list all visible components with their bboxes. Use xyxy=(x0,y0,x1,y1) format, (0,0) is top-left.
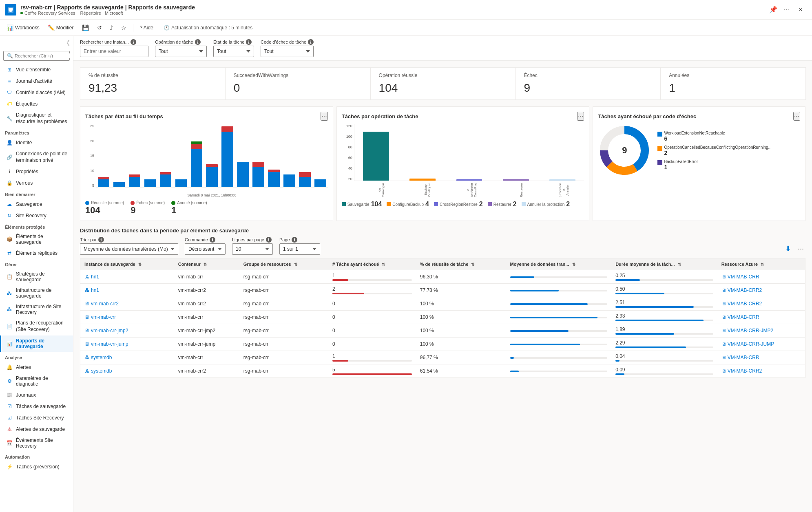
list-icon: ≡ xyxy=(6,78,13,84)
favorite-button[interactable]: ☆ xyxy=(118,23,130,33)
info-rows[interactable]: ℹ xyxy=(266,237,272,243)
more-button[interactable]: ··· xyxy=(782,4,791,15)
sidebar-item-taches-prevention[interactable]: ⚡ Tâches (préversion) xyxy=(0,461,73,472)
workbooks-button[interactable]: 📊 Workbooks xyxy=(3,23,43,33)
resource-link[interactable]: 🖥 VM-MAB-CRR xyxy=(721,314,801,320)
cell-instance: 🖧 hn1 xyxy=(80,270,174,284)
search-input[interactable] xyxy=(15,53,71,58)
close-button[interactable]: ✕ xyxy=(794,3,807,16)
resource-link[interactable]: 🖥 VM-MAB-CRR xyxy=(721,355,801,360)
resource-link[interactable]: 🖥 VM-MAB-CRR2 xyxy=(721,287,801,293)
info-icon-error[interactable]: ℹ xyxy=(308,39,314,45)
pin-button[interactable]: 📌 xyxy=(768,4,779,15)
info-sort[interactable]: ℹ xyxy=(98,237,104,243)
sort-by-select[interactable]: Moyenne de données transférées (Mo) % de… xyxy=(80,243,178,255)
sidebar-item-diagnostiquer[interactable]: 🔧 Diagnostiquer et résoudre les problème… xyxy=(0,110,73,127)
legend-success-dot xyxy=(85,201,89,205)
share-button[interactable]: ⤴ xyxy=(107,23,116,33)
chart-tasks-op-more[interactable]: ··· xyxy=(577,112,584,121)
sidebar-item-taches-sauvegarde[interactable]: ☑ Tâches de sauvegarde xyxy=(0,401,73,412)
resource-link[interactable]: 🖥 VM-MAB-CRR-JMP2 xyxy=(721,328,801,333)
instance-link[interactable]: 🖧 systemdb xyxy=(84,355,170,360)
sidebar-item-elements-sauvegarde[interactable]: 📦 Éléments de sauvegarde xyxy=(0,231,73,247)
info-page[interactable]: ℹ xyxy=(292,237,297,243)
resource-link[interactable]: 🖥 VM-MAB-CRR2 xyxy=(721,368,801,374)
sidebar-item-connexions[interactable]: 🔗 Connexions de point de terminaison pri… xyxy=(0,148,73,166)
info-icon-state[interactable]: ℹ xyxy=(246,39,252,45)
sidebar-item-journaux[interactable]: 📰 Journaux xyxy=(0,389,73,401)
filter-state-select[interactable]: Tout Réussite Échec xyxy=(213,46,254,57)
sort-icon-duration[interactable]: ⇅ xyxy=(678,262,681,267)
rows-per-page-select[interactable]: 10 25 50 xyxy=(232,243,273,255)
sort-icon-container[interactable]: ⇅ xyxy=(204,262,207,267)
sidebar-item-rapports[interactable]: 📊 Rapports de sauvegarde xyxy=(0,335,73,352)
bar-group xyxy=(189,124,204,187)
filter-instance-input[interactable] xyxy=(80,46,148,57)
sidebar-item-alertes[interactable]: 🔔 Alertes xyxy=(0,362,73,373)
sidebar-search-box[interactable]: 🔍 xyxy=(3,51,70,61)
instance-link[interactable]: 🖥 vm-mab-crr xyxy=(84,314,170,320)
modify-button[interactable]: ✏️ Modifier xyxy=(44,23,77,33)
sidebar-item-vue-ensemble[interactable]: ⊞ Vue d'ensemble xyxy=(0,64,73,75)
duration-bar xyxy=(615,306,694,308)
sidebar-item-params-diag[interactable]: ⚙ Paramètres de diagnostic xyxy=(0,373,73,389)
sidebar-item-strategies[interactable]: 📋 Stratégies de sauvegarde xyxy=(0,269,73,285)
sort-icon-failed[interactable]: ⇅ xyxy=(382,262,385,267)
resource-link[interactable]: 🖥 VM-MAB-CRR2 xyxy=(721,301,801,307)
failed-bar xyxy=(332,373,412,375)
sidebar-item-evenements[interactable]: 📅 Événements Site Recovery xyxy=(0,435,73,451)
chart-error-more[interactable]: ··· xyxy=(793,112,800,121)
sidebar-item-proprietes[interactable]: ℹ Propriétés xyxy=(0,166,73,177)
page-select[interactable]: 1 sur 1 xyxy=(279,243,320,255)
sidebar-item-journal[interactable]: ≡ Journal d'activité xyxy=(0,75,73,87)
chart-tasks-time-more[interactable]: ··· xyxy=(321,112,327,121)
cell-resource-group: rsg-mab-crr xyxy=(239,351,328,364)
instance-link[interactable]: 🖧 hn1 xyxy=(84,274,170,280)
info-icon-operation[interactable]: ℹ xyxy=(195,39,201,45)
sort-icon-data[interactable]: ⇅ xyxy=(572,262,575,267)
bar-success xyxy=(206,167,218,187)
donut-chart: 9 xyxy=(598,124,651,177)
sidebar-item-alertes-sauvegarde[interactable]: ⚠ Alertes de sauvegarde xyxy=(0,424,73,435)
refresh-button[interactable]: ↺ xyxy=(94,23,105,33)
download-button[interactable]: ⬇ xyxy=(783,243,793,255)
filter-error-select[interactable]: Tout xyxy=(261,46,314,57)
sidebar-item-identite[interactable]: 👤 Identité xyxy=(0,137,73,148)
sort-icon-rg[interactable]: ⇅ xyxy=(294,262,297,267)
filter-operation-select[interactable]: Tout Sauvegarde ConfigureBackup Restaure… xyxy=(155,46,207,57)
cell-resource-group: rsg-mab-crr xyxy=(239,364,328,378)
table-more-button[interactable]: ··· xyxy=(796,243,805,255)
instance-link[interactable]: 🖥 vm-mab-crr2 xyxy=(84,301,170,307)
resource-link[interactable]: 🖥 VM-MAB-CRR xyxy=(721,274,801,280)
sidebar-item-infra-sauvegarde[interactable]: 🖧 Infrastructure de sauvegarde xyxy=(0,285,73,301)
sidebar-item-verrous[interactable]: 🔒 Verrous xyxy=(0,177,73,189)
sort-icon-instance[interactable]: ⇅ xyxy=(138,262,142,267)
collapse-icon[interactable]: 《 xyxy=(63,39,70,48)
infra2-icon: 🖧 xyxy=(6,306,13,313)
cell-instance: 🖥 vm-mab-crr2 xyxy=(80,297,174,311)
sidebar-item-iam[interactable]: 🛡 Contrôle d'accès (IAM) xyxy=(0,87,73,98)
sidebar-collapse[interactable]: 《 xyxy=(0,39,73,49)
help-button[interactable]: ? Aide xyxy=(137,23,157,32)
sidebar-item-infra-site[interactable]: 🖧 Infrastructure de Site Recovery xyxy=(0,301,73,318)
col-resource-group: Groupe de ressources ⇅ xyxy=(239,258,328,270)
sort-icon-resource[interactable]: ⇅ xyxy=(761,262,764,267)
sidebar-item-plans[interactable]: 📄 Plans de récupération (Site Recovery) xyxy=(0,318,73,335)
info-order[interactable]: ℹ xyxy=(210,237,215,243)
save-button[interactable]: 💾 xyxy=(79,23,92,33)
instance-link[interactable]: 🖧 hn1 xyxy=(84,287,170,293)
sidebar-item-elements-repliques[interactable]: ⇄ Éléments répliqués xyxy=(0,247,73,259)
info-icon-instance[interactable]: ℹ xyxy=(131,39,136,45)
instance-link[interactable]: 🖥 vm-mab-crr-jmp2 xyxy=(84,328,170,333)
instance-link[interactable]: 🖧 systemdb xyxy=(84,368,170,374)
sidebar-item-taches-site[interactable]: ☑ Tâches Site Recovery xyxy=(0,412,73,424)
cell-azure-resource: 🖥 VM-MAB-CRR xyxy=(717,351,805,364)
sort-icon-success[interactable]: ⇅ xyxy=(471,262,474,267)
sidebar-item-site-recovery[interactable]: ↻ Site Recovery xyxy=(0,210,73,221)
bar-fail xyxy=(252,162,264,167)
order-select[interactable]: Décroissant Croissant xyxy=(185,243,226,255)
sidebar-item-etiquettes[interactable]: 🏷 Étiquettes xyxy=(0,98,73,110)
sidebar-item-sauvegarde[interactable]: ☁ Sauvegarde xyxy=(0,199,73,210)
resource-link[interactable]: 🖥 VM-MAB-CRR-JUMP xyxy=(721,341,801,347)
instance-link[interactable]: 🖥 vm-mab-crr-jump xyxy=(84,341,170,347)
